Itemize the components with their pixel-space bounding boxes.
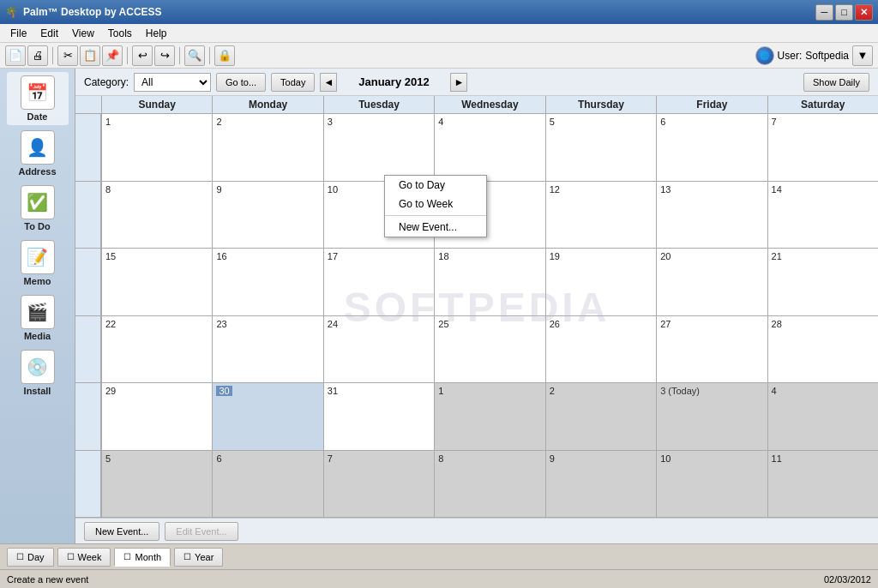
cal-cell-jan16[interactable]: 16 [212, 249, 322, 315]
day-headers: Sunday Monday Tuesday Wednesday Thursday… [75, 96, 878, 114]
cal-cell-jan20[interactable]: 20 [656, 249, 767, 315]
cal-cell-jan4[interactable]: 4 [434, 114, 544, 181]
day-num: 14 [772, 184, 782, 195]
cal-cell-jan27[interactable]: 27 [656, 316, 767, 383]
cal-cell-jan29[interactable]: 29 [101, 383, 212, 450]
menu-view[interactable]: View [65, 26, 101, 41]
cal-cell-jan25[interactable]: 25 [434, 316, 544, 383]
cal-cell-jan17[interactable]: 17 [323, 249, 434, 315]
next-month-button[interactable]: ► [450, 73, 467, 92]
sidebar-item-memo[interactable]: 📝 Memo [7, 237, 69, 290]
menu-file[interactable]: File [3, 26, 33, 41]
paste-button[interactable]: 📌 [102, 45, 123, 66]
edit-event-button[interactable]: Edit Event... [165, 522, 238, 541]
cal-cell-jan15[interactable]: 15 [101, 249, 212, 315]
menu-tools[interactable]: Tools [101, 26, 139, 41]
cal-cell-feb2[interactable]: 2 [545, 383, 656, 450]
cal-cell-jan1[interactable]: 1 [101, 114, 212, 181]
tab-year[interactable]: ☐ Year [174, 548, 223, 567]
redo-button[interactable]: ↪ [154, 45, 175, 66]
header-wednesday: Wednesday [434, 96, 544, 113]
cal-cell-jan22[interactable]: 22 [101, 316, 212, 383]
menu-help[interactable]: Help [139, 26, 174, 41]
cal-cell-jan12[interactable]: 12 [545, 182, 656, 249]
day-num: 15 [105, 251, 116, 261]
cal-cell-jan13[interactable]: 13 [656, 182, 767, 249]
cal-cell-jan7[interactable]: 7 [767, 114, 878, 181]
cal-cell-jan8[interactable]: 8 [101, 182, 212, 249]
print-button[interactable]: 🖨 [27, 45, 48, 66]
sidebar-item-media[interactable]: 🎬 Media [7, 291, 69, 345]
cal-cell-feb7[interactable]: 7 [323, 451, 434, 518]
day-num: 16 [216, 251, 226, 261]
goto-button[interactable]: Go to... [216, 73, 266, 92]
cal-cell-feb1[interactable]: 1 [434, 383, 544, 450]
ctx-new-event[interactable]: New Event... [385, 218, 486, 237]
cal-cell-feb4[interactable]: 4 [767, 383, 878, 450]
cal-cell-jan6[interactable]: 6 [656, 114, 767, 181]
tab-week[interactable]: ☐ Week [57, 548, 111, 567]
day-num: 9 [550, 453, 555, 464]
cal-cell-jan26[interactable]: 26 [545, 316, 656, 383]
category-select[interactable]: All [134, 73, 211, 92]
cal-cell-jan14[interactable]: 14 [767, 182, 878, 249]
restore-button[interactable]: □ [835, 4, 853, 21]
today-button[interactable]: Today [271, 73, 315, 92]
cal-cell-feb8[interactable]: 8 [434, 451, 544, 518]
tab-month[interactable]: ☐ Month [114, 548, 171, 567]
toolbar-sep-4 [209, 47, 210, 64]
prev-month-button[interactable]: ◄ [320, 73, 337, 92]
cal-cell-jan30[interactable]: 30 [212, 383, 322, 450]
tab-month-checkbox: ☐ [123, 552, 131, 561]
toolbar-sep-2 [127, 47, 128, 64]
tab-week-checkbox: ☐ [67, 552, 75, 561]
cal-cell-jan2[interactable]: 2 [212, 114, 322, 181]
sidebar-item-install[interactable]: 💿 Install [7, 346, 69, 399]
toolbar: 📄 🖨 ✂ 📋 📌 ↩ ↪ 🔍 🔒 🌐 User: Softpedia ▼ [0, 43, 878, 69]
cal-cell-jan24[interactable]: 24 [323, 316, 434, 383]
cal-cell-jan21[interactable]: 21 [767, 249, 878, 315]
user-dropdown-button[interactable]: ▼ [852, 45, 873, 66]
sidebar-item-todo[interactable]: ✅ To Do [7, 182, 69, 235]
cal-cell-feb6[interactable]: 6 [212, 451, 322, 518]
day-num: 6 [216, 453, 221, 464]
find-button[interactable]: 🔍 [184, 45, 205, 66]
cal-cell-jan9[interactable]: 9 [212, 182, 322, 249]
cal-cell-feb9[interactable]: 9 [545, 451, 656, 518]
cal-cell-jan23[interactable]: 23 [212, 316, 322, 383]
header-thursday: Thursday [545, 96, 656, 113]
cal-cell-jan18[interactable]: 18 [434, 249, 544, 315]
cal-cell-feb5[interactable]: 5 [101, 451, 212, 518]
sidebar-item-date[interactable]: 📅 Date [7, 72, 69, 125]
cut-button[interactable]: ✂ [57, 45, 78, 66]
date-icon: 📅 [21, 75, 55, 110]
ctx-goto-day[interactable]: Go to Day [385, 176, 486, 195]
new-event-button[interactable]: New Event... [84, 522, 159, 541]
titlebar-controls: ─ □ ✕ [815, 4, 873, 21]
cal-cell-jan5[interactable]: 5 [545, 114, 656, 181]
app-icon: 🌴 [5, 6, 18, 18]
cal-cell-feb10[interactable]: 10 [656, 451, 767, 518]
close-button[interactable]: ✕ [855, 4, 873, 21]
sidebar-item-address[interactable]: 👤 Address [7, 127, 69, 180]
cal-cell-jan3[interactable]: 3 [323, 114, 434, 181]
status-bar: Create a new event 02/03/2012 [0, 569, 878, 588]
undo-button[interactable]: ↩ [132, 45, 153, 66]
lock-button[interactable]: 🔒 [214, 45, 235, 66]
cal-cell-feb3-today[interactable]: 3 (Today) [656, 383, 767, 450]
user-name: Softpedia [805, 50, 849, 62]
new-button[interactable]: 📄 [5, 45, 26, 66]
copy-button[interactable]: 📋 [80, 45, 100, 66]
menu-edit[interactable]: Edit [33, 26, 65, 41]
minimize-button[interactable]: ─ [815, 4, 833, 21]
sidebar-label-address: Address [18, 166, 56, 177]
sidebar-label-date: Date [27, 111, 48, 122]
cal-cell-jan28[interactable]: 28 [767, 316, 878, 383]
show-daily-button[interactable]: Show Daily [803, 73, 869, 92]
day-num: 25 [438, 319, 448, 329]
tab-day[interactable]: ☐ Day [7, 548, 54, 567]
cal-cell-feb11[interactable]: 11 [767, 451, 878, 518]
cal-cell-jan31[interactable]: 31 [323, 383, 434, 450]
ctx-goto-week[interactable]: Go to Week [385, 195, 486, 213]
cal-cell-jan19[interactable]: 19 [545, 249, 656, 315]
